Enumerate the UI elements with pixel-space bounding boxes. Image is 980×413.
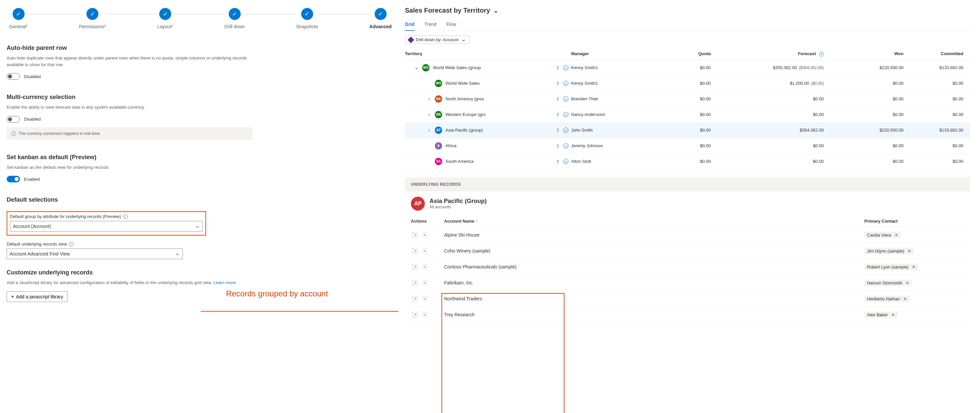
default-view-select[interactable]: Account Advanced Find View xyxy=(6,249,183,259)
grid-row[interactable]: NANorth America (grou⇪☺Brenden Thiel$0.0… xyxy=(405,91,970,107)
step-layout[interactable]: Layout* xyxy=(157,8,173,29)
config-stepper[interactable]: General*Permissions*Layout*Drill downSna… xyxy=(6,8,391,29)
col-account[interactable]: Account Name xyxy=(444,219,474,224)
add-js-library-button[interactable]: + Add a javascript library xyxy=(6,291,67,302)
forecast-cell: $0.00 xyxy=(718,96,830,101)
col-quota[interactable]: Quota xyxy=(651,51,718,56)
grid-row[interactable]: AAfrica⇪☺Jeremy Johnson$0.00$0.00$0.00$0… xyxy=(405,138,970,154)
step-general[interactable]: General* xyxy=(9,8,28,29)
contact-chip[interactable]: Jim Glynn (sample)✕ xyxy=(864,248,914,254)
add-record-icon[interactable]: + xyxy=(422,280,428,286)
open-record-icon[interactable]: ↗ xyxy=(412,248,418,254)
add-record-icon[interactable]: + xyxy=(422,312,428,317)
step-advanced[interactable]: Advanced xyxy=(369,8,391,29)
col-forecast[interactable]: Forecast xyxy=(798,51,816,56)
owner-icon[interactable]: ☺ xyxy=(563,81,568,86)
step-snapshots[interactable]: Snapshots xyxy=(296,8,318,29)
contact-chip[interactable]: Haroun Stormonth✕ xyxy=(864,280,912,286)
remove-contact-icon[interactable]: ✕ xyxy=(912,264,915,270)
owner-icon[interactable]: ☺ xyxy=(563,127,568,133)
auto-hide-title: Auto-hide parent row xyxy=(6,44,253,51)
owner-icon[interactable]: ☺ xyxy=(563,143,568,149)
add-record-icon[interactable]: + xyxy=(422,264,428,270)
record-row[interactable]: ↗+Contoso Pharmaceuticals (sample)Robert… xyxy=(411,259,964,275)
col-won[interactable]: Won xyxy=(830,51,910,56)
open-record-icon[interactable]: ↗ xyxy=(412,312,418,317)
share-icon[interactable]: ⇪ xyxy=(556,159,560,164)
contact-chip[interactable]: Heriberto Nathan✕ xyxy=(864,296,910,302)
territory-avatar: WS xyxy=(422,64,430,71)
chevron-down-icon[interactable] xyxy=(493,6,498,14)
remove-contact-icon[interactable]: ✕ xyxy=(905,280,909,286)
collapse-icon[interactable] xyxy=(414,65,419,70)
auto-hide-desc: Auto-hide duplicate rows that appear dir… xyxy=(6,55,253,68)
col-committed[interactable]: Committed xyxy=(910,51,970,56)
step-drilldown[interactable]: Drill down xyxy=(224,8,245,29)
group-by-select[interactable]: Account (Account) xyxy=(10,221,203,232)
owner-icon[interactable]: ☺ xyxy=(563,65,568,70)
open-record-icon[interactable]: ↗ xyxy=(412,296,418,301)
grid-row[interactable]: WEWestern Europe (gro⇪☺Nancy Andersonn$0… xyxy=(405,107,970,122)
col-actions[interactable]: Actions xyxy=(411,219,444,224)
remove-contact-icon[interactable]: ✕ xyxy=(903,296,907,301)
expand-icon[interactable] xyxy=(427,96,431,102)
share-icon[interactable]: ⇪ xyxy=(556,96,560,102)
col-territory[interactable]: Territory xyxy=(405,51,544,56)
open-record-icon[interactable]: ↗ xyxy=(412,280,418,286)
share-icon[interactable]: ⇪ xyxy=(556,81,560,86)
col-manager[interactable]: Manager xyxy=(571,51,651,56)
contact-name: Heriberto Nathan xyxy=(867,296,900,301)
grid-row[interactable]: WSWorld Wide Sales (group⇪☺Kenny Smith1$… xyxy=(405,60,970,76)
committed-cell: $0.00 xyxy=(910,143,970,148)
multi-currency-toggle[interactable] xyxy=(6,116,20,122)
contact-chip[interactable]: Robert Lyon (sample)✕ xyxy=(864,264,918,270)
expand-icon[interactable] xyxy=(427,112,431,118)
kanban-toggle[interactable] xyxy=(6,176,20,183)
owner-icon[interactable]: ☺ xyxy=(563,112,568,117)
remove-contact-icon[interactable]: ✕ xyxy=(908,249,911,254)
add-record-icon[interactable]: + xyxy=(422,296,428,301)
grid-row[interactable]: APAsia Pacific (group)⇪☺John Smith$0.00$… xyxy=(405,122,970,138)
step-permissions[interactable]: Permissions* xyxy=(79,8,106,29)
remove-contact-icon[interactable]: ✕ xyxy=(891,312,895,317)
expand-icon[interactable] xyxy=(427,127,431,133)
territory-avatar: WS xyxy=(435,80,442,87)
info-icon[interactable]: i xyxy=(123,214,128,219)
manager-cell: John Smith xyxy=(571,127,651,133)
sort-asc-icon[interactable]: ↑ xyxy=(476,219,478,224)
grid-row[interactable]: WSWorld Wide Sales⇪☺Kenny Smith1$0.00$1,… xyxy=(405,76,970,91)
step-label: Permissions* xyxy=(79,24,106,29)
contact-chip[interactable]: Alex Baker✕ xyxy=(864,312,897,318)
section-customize: Customize underlying records Add a JavaS… xyxy=(6,269,253,302)
record-row[interactable]: ↗+Alpine Ski HouseCacilia Viera✕ xyxy=(411,227,964,243)
share-icon[interactable]: ⇪ xyxy=(556,112,560,117)
won-cell: $0.00 xyxy=(830,159,910,164)
add-record-icon[interactable]: + xyxy=(422,232,428,238)
info-icon[interactable]: i xyxy=(69,242,73,246)
contact-chip[interactable]: Cacilia Viera✕ xyxy=(864,232,901,238)
share-icon[interactable]: ⇪ xyxy=(556,127,560,133)
owner-icon[interactable]: ☺ xyxy=(563,96,568,102)
open-record-icon[interactable]: ↗ xyxy=(412,232,418,238)
tab-trend[interactable]: Trend xyxy=(425,19,436,30)
share-icon[interactable]: ⇪ xyxy=(556,143,560,149)
grid-row[interactable]: SASouth America⇪☺Alton Stott$0.00$0.00$0… xyxy=(405,154,970,170)
col-contact[interactable]: Primary Contact xyxy=(864,219,964,224)
owner-icon[interactable]: ☺ xyxy=(563,159,568,164)
auto-hide-toggle[interactable] xyxy=(6,73,20,80)
record-row[interactable]: ↗+Coho Winery (sample)Jim Glynn (sample)… xyxy=(411,243,964,259)
record-row[interactable]: ↗+Fabrikam, Inc.Haroun Stormonth✕ xyxy=(411,275,964,291)
annotation-text: Records grouped by account xyxy=(226,289,328,298)
remove-contact-icon[interactable]: ✕ xyxy=(894,233,898,238)
contact-name: Alex Baker xyxy=(867,312,888,317)
add-record-icon[interactable]: + xyxy=(422,248,428,254)
tab-grid[interactable]: Grid xyxy=(405,19,415,31)
group-by-label: Default group by attribute for underlyin… xyxy=(10,214,121,219)
info-icon[interactable]: i xyxy=(819,52,824,57)
drilldown-chip[interactable]: Drill down by: Account xyxy=(405,35,470,44)
tab-flow[interactable]: Flow xyxy=(447,19,457,30)
open-record-icon[interactable]: ↗ xyxy=(412,264,418,270)
chevron-down-icon xyxy=(195,224,200,229)
learn-more-link[interactable]: Learn more. xyxy=(213,280,237,285)
share-icon[interactable]: ⇪ xyxy=(556,65,560,70)
